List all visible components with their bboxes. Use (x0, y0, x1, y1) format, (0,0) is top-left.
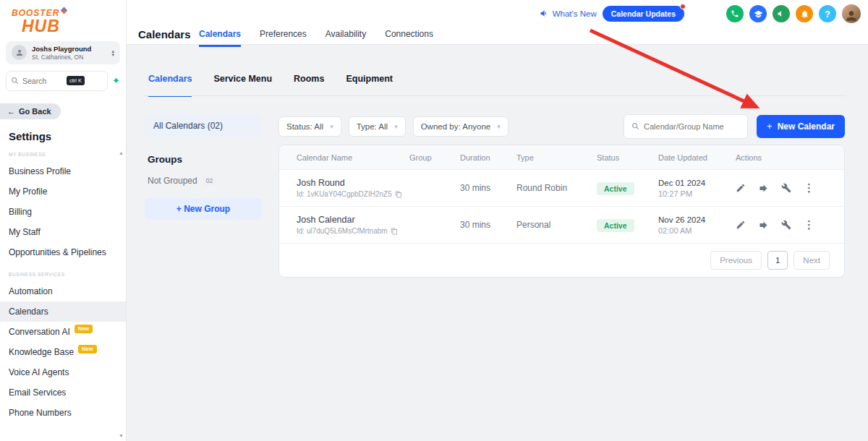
sidebar-item-my-staff[interactable]: My Staff (0, 222, 126, 242)
topbar-right-cluster: What's New Calendar Updates ? (540, 4, 861, 23)
section-label-my-business: MY BUSINESS (9, 152, 126, 157)
time-updated: 02:00 AM (658, 226, 736, 235)
calendar-duration: 30 mins (460, 220, 516, 230)
academy-icon[interactable] (749, 5, 767, 22)
owned-by-filter-dropdown[interactable]: Owned by: Anyone ▾ (413, 116, 509, 137)
subtab-equipment[interactable]: Equipment (346, 74, 393, 97)
sidebar-search-input[interactable] (22, 77, 63, 85)
col-header-calendar-name: Calendar Name (279, 153, 409, 162)
tab-preferences[interactable]: Preferences (260, 29, 307, 47)
sidebar-item-billing[interactable]: Billing (0, 202, 126, 222)
go-back-button[interactable]: ← Go Back (0, 103, 61, 119)
calendar-name: Josh Calendar (297, 215, 409, 225)
table-header-row: Calendar Name Group Duration Type Status… (279, 145, 844, 170)
calendar-search-box[interactable] (624, 114, 748, 139)
whats-new-label: What's New (553, 9, 597, 18)
announcements-icon[interactable] (773, 5, 790, 22)
next-page-button[interactable]: Next (793, 251, 830, 270)
calendar-updates-button[interactable]: Calendar Updates (603, 6, 684, 22)
new-badge: New (78, 345, 96, 354)
chevron-down-icon: ▾ (394, 123, 398, 130)
app-logo: BOOSTER HUB (0, 0, 126, 35)
tabs-divider (145, 95, 846, 96)
all-calendars-filter[interactable]: All Calendars (02) (145, 114, 262, 137)
go-back-label: Go Back (19, 107, 51, 116)
share-icon[interactable] (758, 183, 769, 194)
account-switch-chevrons-icon: ▴ ▾ (111, 49, 114, 57)
groups-heading: Groups (145, 154, 262, 165)
account-switcher[interactable]: Joshs Playground St. Catharines, ON ▴ ▾ (6, 41, 120, 64)
calendar-type: Personal (516, 220, 597, 230)
header-tabs: Calendars Preferences Availability Conne… (199, 29, 433, 47)
sidebar-item-calendars[interactable]: Calendars (0, 301, 126, 322)
filters-row: Status: All ▾ Type: All ▾ Owned by: Anyo… (278, 114, 845, 139)
notification-dot (680, 4, 686, 9)
pagination: Previous 1 Next (279, 244, 844, 277)
ai-sparkle-icon[interactable]: ✦ (112, 75, 120, 86)
col-header-group: Group (409, 153, 460, 162)
more-menu-icon[interactable]: ⋮ (804, 218, 814, 231)
search-shortcut-badge: ctrl K (67, 76, 85, 85)
tab-calendars[interactable]: Calendars (199, 29, 241, 47)
sidebar-item-business-profile[interactable]: Business Profile (0, 161, 126, 181)
calendar-id: Id: ul7duQ5L6MsCfMrtnabm (297, 227, 409, 235)
main-content: Calendars Service Menu Rooms Equipment A… (127, 45, 868, 441)
calendar-subtabs: Calendars Service Menu Rooms Equipment (148, 74, 393, 97)
new-group-button[interactable]: + New Group (145, 198, 262, 220)
sidebar-item-automation[interactable]: Automation (0, 281, 126, 301)
sidebar-item-phone-numbers[interactable]: Phone Numbers (0, 403, 126, 423)
sidebar-search-box[interactable]: ctrl K (6, 71, 108, 91)
sidebar-scroll-up-icon[interactable]: ▲ (119, 150, 124, 155)
tab-connections[interactable]: Connections (385, 29, 433, 47)
sidebar-item-conversation-ai[interactable]: Conversation AI New (0, 322, 126, 342)
col-header-type: Type (516, 153, 597, 162)
calendar-search-input[interactable] (644, 122, 742, 131)
type-filter-dropdown[interactable]: Type: All ▾ (349, 116, 406, 137)
row-actions: ⋮ (736, 218, 844, 231)
megaphone-icon (540, 9, 549, 20)
page-number-button[interactable]: 1 (767, 251, 788, 270)
sidebar-item-knowledge-base[interactable]: Knowledge Base New (0, 342, 126, 362)
logo-mark-icon (61, 7, 68, 14)
calendar-id: Id: 1vKUaY04CgpbDZIH2nZ5 (297, 190, 409, 198)
search-icon (631, 120, 639, 133)
whats-new-link[interactable]: What's New (540, 9, 597, 20)
sidebar-scroll-down-icon[interactable]: ▼ (119, 433, 124, 438)
bell-icon[interactable] (796, 5, 813, 22)
col-header-status: Status (597, 153, 658, 162)
tab-availability[interactable]: Availability (326, 29, 366, 47)
edit-pencil-icon[interactable] (736, 220, 746, 230)
tools-icon[interactable] (781, 220, 791, 230)
user-avatar[interactable] (842, 4, 861, 23)
not-grouped-count-badge: 02 (203, 176, 216, 186)
copy-icon[interactable] (391, 228, 398, 235)
sidebar-item-voice-ai-agents[interactable]: Voice AI Agents (0, 362, 126, 382)
page-title: Calendars (138, 28, 191, 40)
more-menu-icon[interactable]: ⋮ (804, 181, 814, 194)
share-icon[interactable] (758, 220, 769, 231)
copy-icon[interactable] (395, 191, 402, 198)
section-label-business-services: BUSINESS SERVICES (9, 272, 126, 277)
status-filter-dropdown[interactable]: Status: All ▾ (278, 116, 341, 137)
topbar: Calendars Calendars Preferences Availabi… (127, 0, 868, 45)
table-row: Josh Round Id: 1vKUaY04CgpbDZIH2nZ5 30 m… (279, 170, 844, 207)
tools-icon[interactable] (781, 183, 791, 193)
sidebar-item-opportunities-pipelines[interactable]: Opportunities & Pipelines (0, 242, 126, 262)
sidebar-item-my-profile[interactable]: My Profile (0, 181, 126, 202)
edit-pencil-icon[interactable] (736, 183, 746, 193)
subtab-calendars[interactable]: Calendars (148, 74, 192, 97)
date-updated: Dec 01 2024 (658, 179, 736, 187)
back-arrow-icon: ← (7, 107, 15, 116)
calendar-duration: 30 mins (460, 183, 516, 193)
account-avatar-icon (12, 45, 27, 60)
subtab-service-menu[interactable]: Service Menu (213, 74, 272, 97)
help-icon[interactable]: ? (819, 5, 836, 22)
subtab-rooms[interactable]: Rooms (294, 74, 324, 97)
time-updated: 10:27 PM (658, 189, 736, 198)
calendars-table: Calendar Name Group Duration Type Status… (278, 145, 845, 278)
phone-icon[interactable] (726, 5, 744, 22)
sidebar-item-email-services[interactable]: Email Services (0, 382, 126, 403)
previous-page-button[interactable]: Previous (710, 251, 762, 270)
new-calendar-button[interactable]: + New Calendar (757, 115, 845, 138)
not-grouped-filter[interactable]: Not Grouped 02 (145, 176, 262, 186)
